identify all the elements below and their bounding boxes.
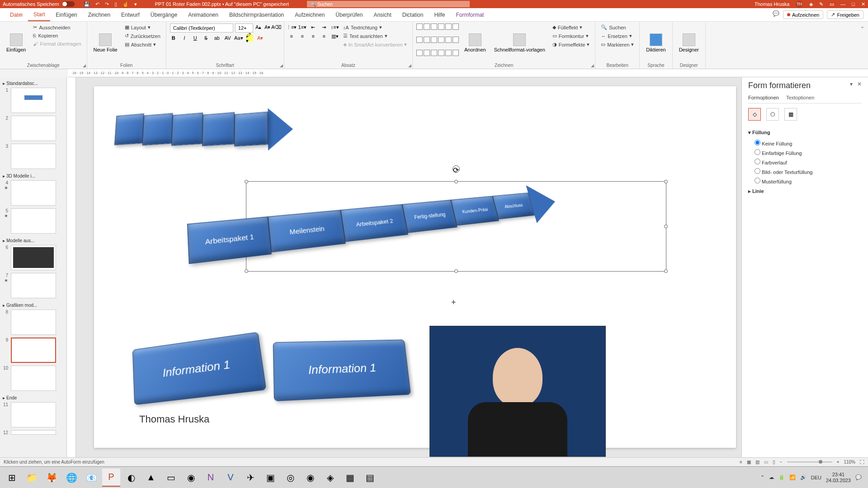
ribbon-display-icon[interactable]: ▭ [830, 1, 834, 7]
telegram-icon[interactable]: ✈ [241, 469, 259, 487]
pane-close-icon[interactable]: ✕ [857, 81, 862, 87]
underline-icon[interactable]: U [192, 34, 199, 42]
touch-mode-icon[interactable]: ☝ [123, 1, 129, 7]
vlc-icon[interactable]: ▲ [142, 469, 160, 487]
clock[interactable]: 23:41 24.03.2023 [826, 472, 851, 483]
tab-record[interactable]: Aufzeichnen [289, 8, 330, 21]
tab-review[interactable]: Überprüfen [330, 8, 368, 21]
fill-line-icon[interactable]: ◇ [748, 108, 761, 121]
slide-thumbnail-12[interactable] [11, 430, 56, 435]
notes-icon[interactable]: ≡ [740, 460, 742, 465]
tray-icon[interactable]: ☁ [769, 474, 774, 480]
visio-icon[interactable]: V [222, 469, 240, 487]
shapes-gallery[interactable] [416, 23, 459, 62]
app-icon[interactable]: ◐ [122, 469, 140, 487]
pane-tab-text[interactable]: Textoptionen [786, 95, 814, 100]
arrow-block[interactable]: Kunden-Präsi [451, 196, 499, 226]
drawing-launcher-icon[interactable]: ◢ [591, 63, 594, 68]
tab-shapeformat[interactable]: Formformat [450, 8, 489, 21]
slide-thumbnail-11[interactable] [11, 402, 56, 427]
paragraph-launcher-icon[interactable]: ◢ [408, 63, 411, 68]
app-icon[interactable]: ◈ [321, 469, 339, 487]
justify-icon[interactable]: ≡ [321, 33, 328, 40]
qat-more-icon[interactable]: ▾ [134, 1, 137, 7]
slide-thumbnail-2[interactable] [11, 116, 56, 141]
font-name-combo[interactable]: Calibri (Textkörper) [170, 23, 233, 33]
align-text-button[interactable]: ☰ Text ausrichten ▾ [341, 32, 409, 40]
decrease-indent-icon[interactable]: ⇤ [310, 23, 317, 31]
designer-button[interactable]: Designer [676, 23, 702, 62]
bullets-icon[interactable]: ⋮≡▾ [288, 23, 295, 31]
replace-button[interactable]: ↔ Ersetzen ▾ [599, 32, 636, 40]
tab-dictation[interactable]: Dictation [397, 8, 429, 21]
zoom-out-icon[interactable]: − [780, 460, 783, 465]
clipboard-launcher-icon[interactable]: ◢ [83, 63, 86, 68]
arrange-button[interactable]: Anordnen [462, 23, 489, 62]
slide-thumbnail-6[interactable] [11, 245, 56, 270]
user-name[interactable]: Thomas Hruska [755, 1, 790, 7]
slide-thumbnail-7[interactable] [11, 273, 56, 298]
tab-design[interactable]: Entwurf [116, 8, 145, 21]
chrome-icon[interactable]: 🌐 [62, 469, 80, 487]
spacing-icon[interactable]: AV [224, 34, 231, 42]
start-button[interactable]: ⊞ [3, 469, 21, 487]
obs-icon[interactable]: ◎ [281, 469, 299, 487]
minimize-icon[interactable]: — [840, 1, 845, 7]
strikethrough-icon[interactable]: S̶ [203, 34, 210, 42]
italic-icon[interactable]: I [181, 34, 188, 42]
pane-options-icon[interactable]: ▾ [850, 81, 853, 87]
arrow-block[interactable]: Fertig-stellung [402, 200, 458, 233]
tab-view[interactable]: Ansicht [368, 8, 396, 21]
outline-button[interactable]: ▭ Formkontur ▾ [551, 32, 592, 40]
search-box[interactable]: 🔍 Suchen [307, 1, 470, 7]
line-spacing-icon[interactable]: ↕≡▾ [331, 23, 339, 31]
find-button[interactable]: 🔍 Suchen [599, 23, 636, 31]
ink-icon[interactable]: ✎ [819, 1, 823, 7]
app-icon[interactable]: ▤ [361, 469, 379, 487]
section-button[interactable]: ▤ Abschnitt ▾ [123, 41, 162, 48]
app-icon[interactable]: ◉ [301, 469, 319, 487]
effects-button[interactable]: ◑ Formeffekte ▾ [551, 41, 592, 48]
close-icon[interactable]: ✕ [861, 1, 865, 7]
record-button[interactable]: Aufzeichnen [783, 10, 824, 19]
text-direction-button[interactable]: ↕A Textrichtung ▾ [341, 23, 409, 31]
section-header[interactable]: ▸ Ende [2, 394, 65, 402]
slideshow-view-icon[interactable]: ▯ [773, 460, 775, 465]
tab-slideshow[interactable]: Bildschirmpräsentation [224, 8, 289, 21]
rotate-handle[interactable]: ⟳ [453, 165, 460, 173]
font-color-icon[interactable]: A▾ [257, 34, 264, 42]
columns-icon[interactable]: ▥▾ [331, 33, 339, 40]
collapse-ribbon-icon[interactable]: ⌄ [857, 22, 868, 69]
arrow-block[interactable]: Arbeitspaket 2 [340, 204, 408, 242]
cut-button[interactable]: ✂ Ausschneiden [31, 23, 83, 31]
radio-gradient[interactable]: Farbverlauf [755, 157, 862, 167]
section-header[interactable]: ▸ Grafiken mod... [2, 301, 65, 310]
tab-file[interactable]: Datei [5, 8, 28, 21]
fill-expander[interactable]: ▾ Füllung [748, 127, 862, 138]
volume-icon[interactable]: 🔊 [800, 474, 807, 480]
language-indicator[interactable]: DEU [811, 475, 821, 480]
size-props-icon[interactable]: ▦ [784, 108, 797, 121]
shadow-icon[interactable]: ab [213, 34, 221, 42]
radio-pattern[interactable]: Musterfüllung [755, 176, 862, 186]
section-header[interactable]: ▸ Standardabsc... [2, 79, 65, 88]
slide-thumbnail-3[interactable] [11, 144, 56, 169]
slide-thumbnail-9[interactable] [11, 338, 56, 363]
app-icon[interactable]: ◉ [182, 469, 200, 487]
quick-styles-button[interactable]: Schnellformat-vorlagen [491, 23, 548, 62]
font-launcher-icon[interactable]: ◢ [280, 63, 283, 68]
app-icon[interactable]: ▣ [261, 469, 279, 487]
sorter-view-icon[interactable]: ▥ [755, 460, 760, 465]
share-button[interactable]: ↗ Freigeben [827, 10, 863, 19]
zoom-slider[interactable] [787, 461, 832, 463]
outlook-icon[interactable]: 📧 [82, 469, 100, 487]
redo-icon[interactable]: ↷ [105, 1, 109, 7]
font-size-combo[interactable]: 12+ [235, 23, 253, 33]
radio-nofill[interactable]: Keine Füllung [755, 138, 862, 148]
fill-button[interactable]: ◆ Fülleffekt ▾ [551, 23, 592, 31]
increase-font-icon[interactable]: A▴ [255, 23, 262, 31]
zoom-in-icon[interactable]: + [837, 460, 840, 465]
numbering-icon[interactable]: 1≡▾ [299, 23, 306, 31]
effects-icon[interactable]: ⬠ [766, 108, 779, 121]
explorer-icon[interactable]: 📁 [23, 469, 41, 487]
